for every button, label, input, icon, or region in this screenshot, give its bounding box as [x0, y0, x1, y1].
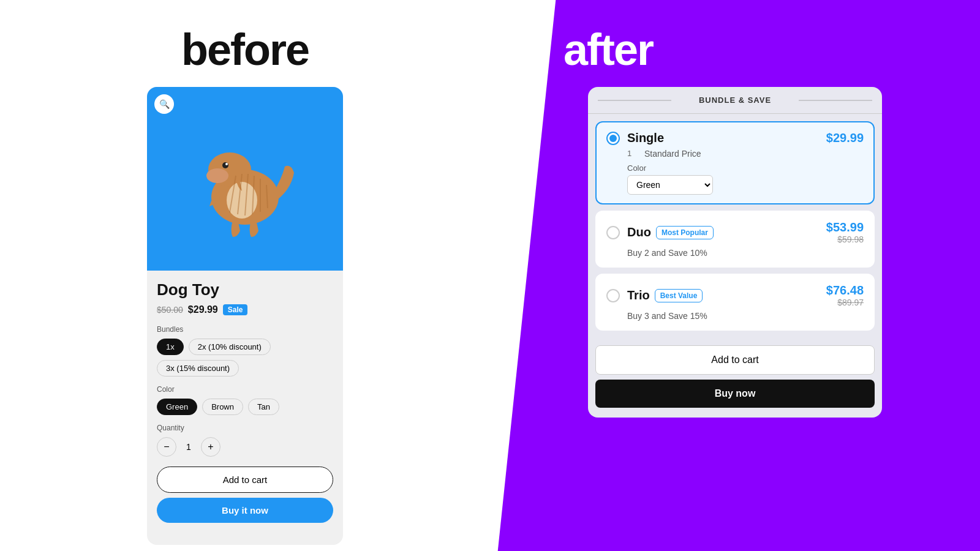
svg-point-2 — [206, 168, 228, 183]
colors-row: Green Brown Tan — [157, 399, 333, 415]
bundles-label: Bundles — [157, 325, 333, 334]
zoom-icon[interactable]: 🔍 — [154, 94, 174, 114]
quantity-label: Quantity — [157, 424, 333, 432]
sale-badge: Sale — [223, 304, 248, 315]
bundle-header-title: BUNDLE & SAVE — [699, 96, 771, 105]
trio-sub-row: Buy 3 and Save 15% — [606, 311, 864, 321]
bundle-options: Single $29.99 1 Standard Price Color Gre… — [588, 114, 882, 338]
bundle-header: BUNDLE & SAVE — [588, 87, 882, 114]
trio-price: $76.48 — [826, 283, 864, 298]
duo-desc: Buy 2 and Save 10% — [627, 248, 707, 258]
trio-tag: Best Value — [655, 289, 703, 302]
svg-point-4 — [225, 163, 228, 165]
buy-now-button[interactable]: Buy it now — [157, 498, 333, 523]
current-price: $29.99 — [188, 304, 218, 315]
duo-price-col: $53.99 $59.98 — [826, 220, 864, 244]
color-select-row: Color Green Brown Tan — [606, 163, 864, 195]
single-name-row: Single — [627, 131, 819, 145]
duo-name: Duo — [627, 225, 651, 239]
bundle-1x[interactable]: 1x — [157, 339, 184, 355]
product-image — [184, 105, 306, 252]
bundle-actions: Add to cart Buy now — [588, 338, 882, 418]
product-card: 🔍 — [147, 87, 343, 545]
bundle-2x[interactable]: 2x (10% discount) — [189, 339, 271, 355]
duo-price: $53.99 — [826, 220, 864, 234]
quantity-value: 1 — [176, 442, 201, 452]
price-row: $50.00 $29.99 Sale — [157, 304, 333, 315]
duo-sub-row: Buy 2 and Save 10% — [606, 248, 864, 258]
original-price: $50.00 — [157, 305, 183, 315]
color-brown[interactable]: Brown — [202, 399, 243, 415]
color-green[interactable]: Green — [157, 399, 197, 415]
color-label: Color — [157, 385, 333, 394]
color-tan[interactable]: Tan — [248, 399, 279, 415]
duo-radio[interactable] — [606, 226, 620, 239]
single-price: $29.99 — [826, 131, 864, 145]
bundle-card: BUNDLE & SAVE Single $29.99 1 — [588, 87, 882, 418]
product-title: Dog Toy — [157, 280, 333, 299]
after-buy-now-button[interactable]: Buy now — [595, 380, 875, 408]
quantity-row: − 1 + — [157, 437, 333, 457]
trio-name: Trio — [627, 288, 650, 302]
product-image-container: 🔍 — [147, 87, 343, 271]
single-desc: Standard Price — [644, 149, 701, 159]
product-info: Dog Toy $50.00 $29.99 Sale Bundles 1x 2x… — [147, 271, 343, 533]
before-label: before — [181, 24, 309, 75]
single-sub-row: 1 Standard Price — [606, 149, 864, 159]
bundle-3x[interactable]: 3x (15% discount) — [157, 360, 239, 377]
single-top-row: Single $29.99 — [606, 131, 864, 145]
after-add-to-cart-button[interactable]: Add to cart — [595, 345, 875, 375]
svg-point-3 — [222, 162, 228, 168]
trio-desc: Buy 3 and Save 15% — [627, 311, 707, 321]
duo-orig-price: $59.98 — [826, 234, 864, 244]
trio-top-row: Trio Best Value $76.48 $89.97 — [606, 283, 864, 307]
before-panel: before 🔍 — [0, 0, 490, 551]
bundles-row: 1x 2x (10% discount) 3x (15% discount) — [157, 339, 333, 377]
trio-radio[interactable] — [606, 289, 620, 302]
bundle-option-trio[interactable]: Trio Best Value $76.48 $89.97 Buy 3 and … — [595, 274, 875, 331]
single-radio[interactable] — [606, 132, 620, 145]
trio-name-row: Trio Best Value — [627, 288, 819, 302]
after-label: after — [564, 24, 653, 75]
bundle-option-duo[interactable]: Duo Most Popular $53.99 $59.98 Buy 2 and… — [595, 211, 875, 268]
quantity-minus[interactable]: − — [157, 437, 176, 457]
add-to-cart-button[interactable]: Add to cart — [157, 467, 333, 493]
single-qty: 1 — [627, 149, 635, 158]
bundle-option-single[interactable]: Single $29.99 1 Standard Price Color Gre… — [595, 121, 875, 204]
quantity-plus[interactable]: + — [201, 437, 221, 457]
trio-price-col: $76.48 $89.97 — [826, 283, 864, 307]
duo-tag: Most Popular — [656, 226, 714, 239]
color-select-label: Color — [627, 163, 864, 173]
single-price-col: $29.99 — [826, 131, 864, 145]
single-name: Single — [627, 131, 664, 145]
duo-top-row: Duo Most Popular $53.99 $59.98 — [606, 220, 864, 244]
color-dropdown[interactable]: Green Brown Tan — [627, 175, 713, 195]
duo-name-row: Duo Most Popular — [627, 225, 819, 239]
radio-inner — [609, 135, 617, 142]
after-panel: after BUNDLE & SAVE Single $29.99 — [490, 0, 980, 551]
trio-orig-price: $89.97 — [826, 298, 864, 307]
